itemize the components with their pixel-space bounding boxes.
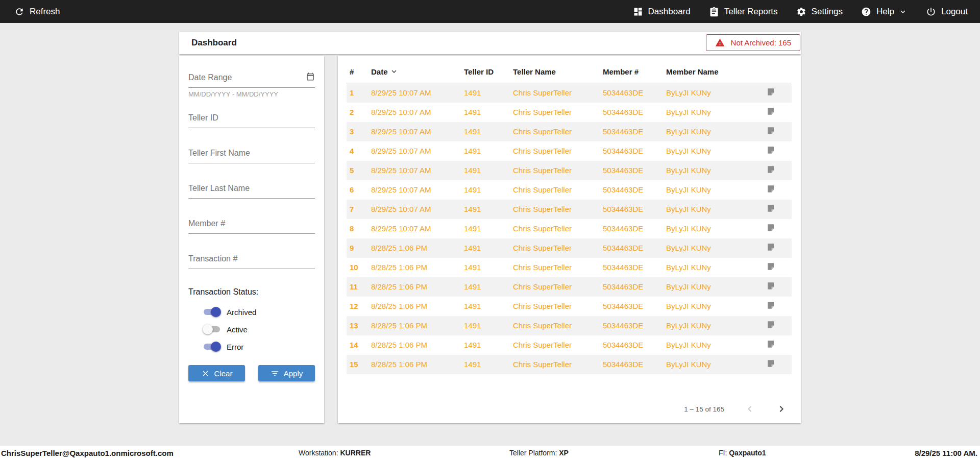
cell-teller-name: Chris SuperTeller [510,297,600,316]
chevron-right-icon [775,403,788,415]
row-number: 7 [347,200,368,219]
table-row[interactable]: 158/28/25 1:06 PM1491Chris SuperTeller50… [347,355,792,374]
nav-help[interactable]: Help [861,7,908,17]
row-note-button[interactable] [766,184,775,193]
table-row[interactable]: 58/29/25 10:07 AM1491Chris SuperTeller50… [347,161,792,180]
row-number: 4 [347,141,368,161]
cell-member-number: 5034463DE [600,219,663,238]
cell-note [763,258,792,277]
row-note-button[interactable] [766,243,775,252]
table-row[interactable]: 88/29/25 10:07 AM1491Chris SuperTeller50… [347,219,792,238]
cell-date: 8/29/25 10:07 AM [368,200,461,219]
settings-icon [796,7,806,17]
not-archived-badge[interactable]: Not Archived: 165 [706,34,800,51]
table-row[interactable]: 18/29/25 10:07 AM1491Chris SuperTeller50… [347,83,792,103]
row-note-button[interactable] [766,223,775,232]
teller-first-name-input[interactable] [188,147,315,163]
teller-last-name-input[interactable] [188,182,315,198]
cell-teller-name: Chris SuperTeller [510,103,600,122]
apply-button[interactable]: Apply [258,365,315,381]
toggle-error[interactable] [203,342,221,352]
cell-date: 8/28/25 1:06 PM [368,258,461,277]
table-row[interactable]: 98/28/25 1:06 PM1491Chris SuperTeller503… [347,238,792,258]
cell-note [763,122,792,141]
table-row[interactable]: 78/29/25 10:07 AM1491Chris SuperTeller50… [347,200,792,219]
not-archived-label: Not Archived: 165 [731,38,791,47]
cell-member-name: ByLyJI KUNy [663,238,763,258]
next-page-button[interactable] [775,403,788,415]
cell-member-name: ByLyJI KUNy [663,180,763,200]
row-note-button[interactable] [766,359,775,368]
row-note-button[interactable] [766,165,775,174]
table-row[interactable]: 68/29/25 10:07 AM1491Chris SuperTeller50… [347,180,792,200]
page-title: Dashboard [191,38,237,48]
table-row[interactable]: 148/28/25 1:06 PM1491Chris SuperTeller50… [347,335,792,355]
nav-settings[interactable]: Settings [796,7,843,17]
cell-member-number: 5034463DE [600,335,663,355]
refresh-icon [14,7,24,17]
cell-note [763,180,792,200]
cell-date: 8/28/25 1:06 PM [368,238,461,258]
row-note-button[interactable] [766,340,775,349]
cell-teller-id: 1491 [461,122,510,141]
cell-member-number: 5034463DE [600,141,663,161]
date-range-calendar-button[interactable] [306,72,315,81]
table-row[interactable]: 118/28/25 1:06 PM1491Chris SuperTeller50… [347,277,792,297]
row-note-button[interactable] [766,146,775,155]
teller-id-input[interactable] [188,111,315,128]
cell-date: 8/28/25 1:06 PM [368,297,461,316]
row-note-button[interactable] [766,126,775,135]
note-icon [766,301,775,310]
col-date[interactable]: Date [368,63,461,83]
refresh-button[interactable]: Refresh [14,7,60,17]
table-row[interactable]: 108/28/25 1:06 PM1491Chris SuperTeller50… [347,258,792,277]
table-row[interactable]: 138/28/25 1:06 PM1491Chris SuperTeller50… [347,316,792,335]
toggle-label-error: Error [227,343,243,351]
member-number-input[interactable] [188,217,315,233]
cell-teller-id: 1491 [461,219,510,238]
cell-date: 8/28/25 1:06 PM [368,355,461,374]
clear-button[interactable]: Clear [188,365,245,381]
table-row[interactable]: 48/29/25 10:07 AM1491Chris SuperTeller50… [347,141,792,161]
previous-page-button[interactable] [744,403,756,415]
table-row[interactable]: 28/29/25 10:07 AM1491Chris SuperTeller50… [347,103,792,122]
cell-note [763,83,792,103]
filter-actions: Clear Apply [188,365,315,381]
cell-note [763,161,792,180]
row-note-button[interactable] [766,320,775,329]
row-note-button[interactable] [766,262,775,271]
nav-logout[interactable]: Logout [926,7,968,17]
sort-desc-icon [389,67,399,76]
row-note-button[interactable] [766,107,775,116]
note-icon [766,126,775,135]
table-header-row: # Date Teller ID Teller Name Member # Me… [347,63,792,83]
row-note-button[interactable] [766,87,775,96]
page-header: Dashboard Not Archived: 165 [179,32,801,54]
toggle-active[interactable] [203,324,221,334]
toggle-archived[interactable] [203,307,221,317]
note-icon [766,107,775,116]
nav-teller-reports[interactable]: Teller Reports [709,7,778,17]
cell-teller-id: 1491 [461,83,510,103]
cell-teller-id: 1491 [461,258,510,277]
row-note-button[interactable] [766,204,775,213]
cell-member-name: ByLyJI KUNy [663,161,763,180]
field-group-date-range: MM/DD/YYYY - MM/DD/YYYY [188,71,315,98]
transaction-number-input[interactable] [188,252,315,269]
table-row[interactable]: 128/28/25 1:06 PM1491Chris SuperTeller50… [347,297,792,316]
table-row[interactable]: 38/29/25 10:07 AM1491Chris SuperTeller50… [347,122,792,141]
footer-workstation-value: KURRER [340,449,371,457]
cell-teller-name: Chris SuperTeller [510,122,600,141]
status-toggles: ArchivedActiveError [188,307,315,352]
logout-icon [926,7,936,17]
cell-date: 8/28/25 1:06 PM [368,335,461,355]
cell-teller-name: Chris SuperTeller [510,355,600,374]
row-note-button[interactable] [766,281,775,290]
cell-date: 8/29/25 10:07 AM [368,122,461,141]
date-range-input[interactable] [188,71,315,87]
refresh-label: Refresh [30,7,60,17]
note-icon [766,87,775,96]
nav-dashboard[interactable]: Dashboard [633,7,691,17]
row-note-button[interactable] [766,301,775,310]
row-number: 10 [347,258,368,277]
